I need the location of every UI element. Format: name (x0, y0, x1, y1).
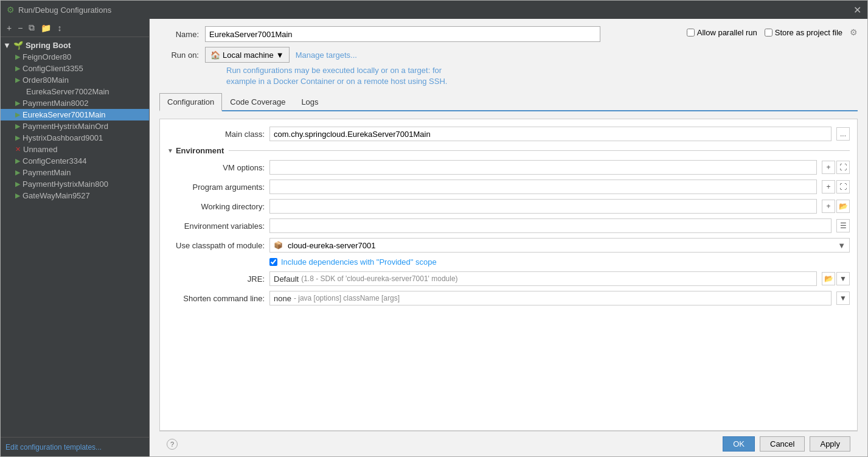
program-args-input[interactable] (269, 180, 817, 194)
working-dir-add-button[interactable]: + (822, 200, 835, 213)
sidebar-item-eurekaserver7001main[interactable]: ▶ EurekaServer7001Main (1, 109, 149, 120)
spring-boot-arrow-icon: ▼ (3, 41, 11, 50)
jre-row: JRE: Default (1.8 - SDK of 'cloud-eureka… (167, 271, 850, 286)
program-args-add-button[interactable]: + (822, 180, 835, 194)
run-icon: ▶ (15, 134, 20, 142)
folder-config-button[interactable]: 📁 (38, 22, 54, 34)
program-args-buttons: + ⛶ (822, 180, 850, 194)
env-vars-input[interactable] (269, 218, 832, 233)
working-dir-label: Working directory: (167, 202, 265, 211)
sidebar: + − ⧉ 📁 ↕ ▼ 🌱 Spring Boot ▶ FeignOrder80 (1, 19, 150, 456)
env-vars-label: Environment variables: (167, 222, 265, 231)
sidebar-item-feignorder80[interactable]: ▶ FeignOrder80 (1, 51, 149, 63)
run-debug-dialog: ⚙ Run/Debug Configurations ✕ + − ⧉ 📁 ↕ ▼… (0, 0, 868, 457)
include-deps-checkbox[interactable] (269, 258, 277, 266)
tab-code-coverage[interactable]: Code Coverage (222, 93, 293, 110)
jre-dropdown-button[interactable]: ▼ (836, 272, 850, 285)
working-dir-buttons: + 📂 (822, 200, 850, 213)
sidebar-item-configcenter3344[interactable]: ▶ ConfigCenter3344 (1, 155, 149, 167)
jre-label: JRE: (167, 274, 265, 284)
sidebar-item-eurekaserver7002main[interactable]: EurekaServer7002Main (1, 86, 149, 97)
allow-parallel-checkbox[interactable] (687, 29, 695, 37)
sidebar-item-unnamed[interactable]: ✕ Unnamed (1, 144, 149, 155)
dialog-title: Run/Debug Configurations (18, 5, 111, 15)
env-collapse-icon: ▼ (167, 147, 173, 154)
run-icon: ▶ (15, 99, 20, 107)
tab-configuration[interactable]: Configuration (159, 93, 222, 111)
close-button[interactable]: ✕ (853, 4, 861, 16)
sidebar-item-paymentmain8002[interactable]: ▶ PaymentMain8002 (1, 97, 149, 109)
sidebar-item-spring-boot[interactable]: ▼ 🌱 Spring Boot (1, 40, 149, 51)
vm-options-row: VM options: + ⛶ (167, 160, 850, 175)
item-label: PaymentHystrixMain800 (23, 180, 108, 189)
sidebar-item-hystrixdashboard9001[interactable]: ▶ HystrixDashboard9001 (1, 132, 149, 144)
shorten-cmd-hint: - java [options] className [args] (294, 294, 400, 302)
module-icon: 📦 (274, 241, 283, 249)
settings-gear-icon[interactable]: ⚙ (850, 27, 858, 37)
run-icon: ▶ (15, 65, 20, 72)
name-label: Name: (159, 30, 199, 39)
sidebar-item-gatewaymain9527[interactable]: ▶ GateWayMain9527 (1, 190, 149, 201)
run-on-row: Run on: 🏠 Local machine ▼ Manage targets… (159, 47, 858, 63)
classpath-value: cloud-eureka-server7001 (288, 241, 835, 250)
store-project-label[interactable]: Store as project file (775, 28, 842, 37)
allow-parallel-label[interactable]: Allow parallel run (697, 28, 757, 37)
chevron-down-icon: ▼ (276, 51, 284, 60)
shorten-cmd-row: Shorten command line: none - java [optio… (167, 291, 850, 305)
dialog-icon: ⚙ (7, 5, 15, 15)
include-deps-label[interactable]: Include dependencies with "Provided" sco… (281, 257, 437, 267)
config-panel: Main class: ... ▼ Environment VM options… (159, 119, 858, 431)
ok-button[interactable]: OK (723, 436, 755, 452)
dialog-footer: ? OK Cancel Apply (159, 431, 858, 456)
sidebar-item-paymenthystrixmainord[interactable]: ▶ PaymentHystrixMainOrd (1, 120, 149, 132)
title-bar-left: ⚙ Run/Debug Configurations (7, 5, 111, 15)
jre-buttons: 📂 ▼ (822, 272, 850, 285)
main-class-label: Main class: (167, 130, 265, 139)
name-input[interactable] (205, 26, 600, 42)
title-bar: ⚙ Run/Debug Configurations ✕ (1, 1, 867, 19)
help-button[interactable]: ? (167, 439, 178, 450)
program-args-expand-button[interactable]: ⛶ (836, 180, 850, 194)
jre-browse-button[interactable]: 📂 (822, 272, 835, 285)
main-class-input[interactable] (269, 127, 832, 141)
program-args-row: Program arguments: + ⛶ (167, 180, 850, 194)
store-project-checkbox[interactable] (765, 29, 773, 37)
tab-logs[interactable]: Logs (293, 93, 326, 110)
sidebar-item-paymenthystrixmain800[interactable]: ▶ PaymentHystrixMain800 (1, 178, 149, 190)
item-label: HystrixDashboard9001 (23, 133, 103, 142)
home-icon: 🏠 (210, 51, 220, 60)
error-icon: ✕ (15, 145, 21, 153)
environment-section-header[interactable]: ▼ Environment (167, 146, 850, 155)
sidebar-item-order80main[interactable]: ▶ Order80Main (1, 74, 149, 86)
classpath-dropdown[interactable]: 📦 cloud-eureka-server7001 ▼ (269, 238, 850, 253)
sidebar-footer: Edit configuration templates... (1, 437, 149, 456)
manage-targets-link[interactable]: Manage targets... (296, 51, 357, 60)
local-machine-dropdown[interactable]: 🏠 Local machine ▼ (205, 47, 290, 63)
item-label: Order80Main (23, 75, 69, 85)
vm-options-add-button[interactable]: + (822, 161, 835, 174)
sort-config-button[interactable]: ↕ (55, 22, 64, 34)
sidebar-item-configclient3355[interactable]: ▶ ConfigClient3355 (1, 63, 149, 74)
allow-parallel-row: Allow parallel run (687, 28, 757, 37)
add-config-button[interactable]: + (4, 22, 14, 34)
shorten-cmd-dropdown-button[interactable]: ▼ (836, 291, 850, 305)
run-icon: ▶ (15, 180, 20, 188)
run-on-label: Run on: (159, 51, 199, 60)
edit-templates-link[interactable]: Edit configuration templates... (5, 443, 102, 452)
working-dir-input[interactable] (269, 199, 817, 214)
vm-options-expand-button[interactable]: ⛶ (836, 161, 850, 174)
apply-button[interactable]: Apply (810, 436, 850, 452)
sidebar-tree: ▼ 🌱 Spring Boot ▶ FeignOrder80 ▶ ConfigC… (1, 37, 149, 437)
jre-hint-text: (1.8 - SDK of 'cloud-eureka-server7001' … (301, 274, 457, 283)
working-dir-browse-button[interactable]: 📂 (836, 200, 850, 213)
run-hint-line1: Run configurations may be executed local… (226, 65, 858, 76)
vm-options-input[interactable] (269, 160, 817, 175)
copy-config-button[interactable]: ⧉ (26, 21, 37, 34)
remove-config-button[interactable]: − (15, 22, 25, 34)
cancel-button[interactable]: Cancel (760, 436, 805, 452)
browse-main-class-button[interactable]: ... (836, 127, 850, 141)
item-label: FeignOrder80 (23, 52, 71, 61)
env-vars-edit-button[interactable]: ☰ (836, 219, 850, 232)
chevron-down-icon: ▼ (838, 241, 845, 250)
sidebar-item-paymentmain[interactable]: ▶ PaymentMain (1, 167, 149, 178)
